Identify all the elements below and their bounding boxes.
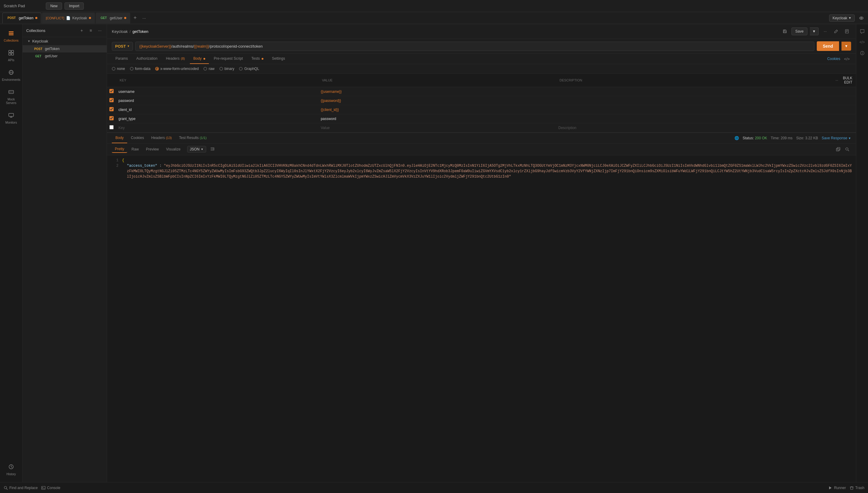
new-button[interactable]: New — [46, 2, 62, 9]
sidebar-item-monitors[interactable]: Monitors — [1, 109, 21, 128]
cookies-link[interactable]: Cookies — [827, 57, 840, 61]
url-suffix: /protocol/openid-connect/token — [209, 44, 263, 48]
test-results-label: Test Results — [179, 136, 199, 140]
request-item-get-user[interactable]: GET getUser — [23, 52, 107, 60]
tab-keycloak-name: Keycloak — [72, 16, 87, 20]
method-selector[interactable]: POST ▼ — [112, 42, 133, 51]
format-json-selector[interactable]: JSON ▼ — [187, 146, 206, 153]
sidebar-item-environments[interactable]: Environments — [1, 66, 21, 85]
tab-settings[interactable]: Settings — [268, 54, 288, 64]
runner-label: Runner — [834, 486, 846, 490]
panel-more-button[interactable]: ··· — [96, 27, 103, 34]
app-title: Scratch Pad — [4, 4, 40, 8]
tab-add-button[interactable]: + — [131, 14, 139, 22]
body-option-none[interactable]: none — [112, 67, 125, 71]
row-checkbox-password[interactable] — [109, 98, 114, 102]
code-view-icon-button[interactable]: </> — [858, 37, 867, 47]
save-dropdown-button[interactable]: ▼ — [810, 27, 819, 35]
body-none-label: none — [117, 67, 125, 71]
find-replace-button[interactable]: Find and Replace — [4, 486, 38, 490]
row-desc-empty[interactable]: Description — [556, 123, 832, 132]
status-prefix: Status: — [742, 136, 754, 140]
request-item-get-token[interactable]: POST getToken — [23, 45, 107, 52]
response-tab-test-results[interactable]: Test Results (1/1) — [175, 133, 210, 143]
edit-icon-button[interactable] — [832, 27, 840, 36]
runner-button[interactable]: Runner — [828, 486, 846, 490]
tab-more-button[interactable]: ··· — [140, 14, 148, 22]
size-prefix: Size: — [796, 136, 804, 140]
more-rows-icon[interactable]: ··· — [836, 79, 838, 82]
row-checkbox-grant-type[interactable] — [109, 116, 114, 120]
more-options-button[interactable]: ··· — [821, 27, 829, 36]
send-dropdown-button[interactable]: ▼ — [842, 42, 851, 51]
body-option-urlencoded[interactable]: x-www-form-urlencoded — [155, 67, 199, 71]
row-value-empty[interactable]: Value — [318, 123, 556, 132]
request-header-actions: Save ▼ ··· — [781, 27, 851, 36]
sidebar-item-mock-servers[interactable]: Mock Servers — [1, 86, 21, 108]
tab-get-token[interactable]: POST getToken — [2, 13, 41, 23]
sidebar-item-collections[interactable]: Collections — [1, 27, 21, 45]
response-tab-cookies[interactable]: Cookies — [127, 133, 148, 143]
sidebar-item-apis[interactable]: APIs — [1, 47, 21, 65]
import-button[interactable]: Import — [65, 2, 84, 9]
monitors-icon — [8, 112, 14, 120]
response-tab-body[interactable]: Body — [112, 133, 127, 143]
row-checkbox-username[interactable] — [109, 89, 114, 93]
format-pretty[interactable]: Pretty — [112, 146, 127, 153]
collection-keycloak[interactable]: ▼ Keycloak — [23, 37, 107, 45]
svg-point-0 — [860, 17, 863, 19]
trash-button[interactable]: Trash — [850, 486, 864, 490]
bottom-bar: Find and Replace Console Runner Trash — [0, 482, 868, 493]
panel-add-button[interactable]: + — [79, 27, 85, 34]
body-option-form-data[interactable]: form-data — [130, 67, 150, 71]
eye-icon-button[interactable] — [857, 14, 866, 22]
body-option-raw[interactable]: raw — [203, 67, 214, 71]
trash-label: Trash — [855, 486, 864, 490]
sidebar-item-history[interactable]: History — [1, 461, 21, 479]
bulk-edit-button[interactable]: Bulk Edit — [841, 76, 852, 84]
panel-sort-button[interactable]: ≡ — [87, 27, 94, 34]
row-desc-client-id — [556, 105, 832, 114]
tab-pre-request[interactable]: Pre-request Script — [210, 54, 247, 64]
breadcrumb-current: getToken — [132, 29, 148, 34]
save-response-button[interactable]: Save Response ▼ — [822, 136, 851, 140]
line-number: 2 — [109, 163, 118, 179]
tab-headers-label: Headers — [166, 57, 179, 61]
environment-selector[interactable]: Keycloak ▼ — [829, 15, 855, 22]
tab-params[interactable]: Params — [112, 54, 131, 64]
body-option-graphql[interactable]: GraphQL — [239, 67, 259, 71]
row-checkbox-client-id[interactable] — [109, 107, 114, 111]
comment-icon-button[interactable] — [858, 26, 867, 36]
format-visualize[interactable]: Visualize — [163, 146, 183, 153]
send-button[interactable]: Send — [817, 41, 839, 51]
tab-get-user[interactable]: GET getUser — [95, 13, 131, 23]
info-icon-button[interactable] — [858, 48, 867, 58]
code-icon-button[interactable]: </> — [843, 55, 851, 63]
copy-button[interactable] — [834, 145, 842, 153]
response-status: 🌐 Status: 200 OK Time: 209 ms Size: 3.22… — [734, 136, 851, 140]
url-bar: POST ▼ {{keycloakServer}} /auth/realms/ … — [107, 39, 856, 54]
tab-headers[interactable]: Headers (8) — [162, 54, 188, 64]
response-tab-headers[interactable]: Headers (13) — [148, 133, 175, 143]
format-raw[interactable]: Raw — [128, 146, 142, 153]
tab-conflict-keycloak[interactable]: [CONFLICT] 📄 Keycloak — [42, 13, 95, 23]
tabs-bar: POST getToken [CONFLICT] 📄 Keycloak GET … — [0, 12, 868, 24]
line-wrap-button[interactable] — [207, 146, 218, 153]
sidebar: Collections APIs Environmen — [0, 24, 23, 482]
row-key-grant-type: grant_type — [116, 114, 318, 123]
body-option-binary[interactable]: binary — [219, 67, 235, 71]
save-button[interactable]: Save — [792, 27, 807, 35]
tab-body[interactable]: Body — [190, 54, 209, 64]
row-key-empty[interactable]: Key — [116, 123, 318, 132]
search-button[interactable] — [843, 145, 851, 153]
format-preview[interactable]: Preview — [143, 146, 162, 153]
save-icon-button[interactable] — [781, 27, 789, 36]
console-button[interactable]: Console — [41, 486, 60, 490]
url-display[interactable]: {{keycloakServer}} /auth/realms/ {{realm… — [135, 42, 814, 51]
tab-tests[interactable]: Tests — [248, 54, 267, 64]
collection-arrow-icon: ▼ — [27, 40, 30, 43]
json-content: 1 { 2 "access_token" : "eyJhbGciOJSUzI1N… — [107, 155, 856, 482]
row-checkbox-empty[interactable] — [109, 125, 114, 129]
tab-authorization[interactable]: Authorization — [133, 54, 161, 64]
description-icon-button[interactable] — [843, 27, 851, 36]
